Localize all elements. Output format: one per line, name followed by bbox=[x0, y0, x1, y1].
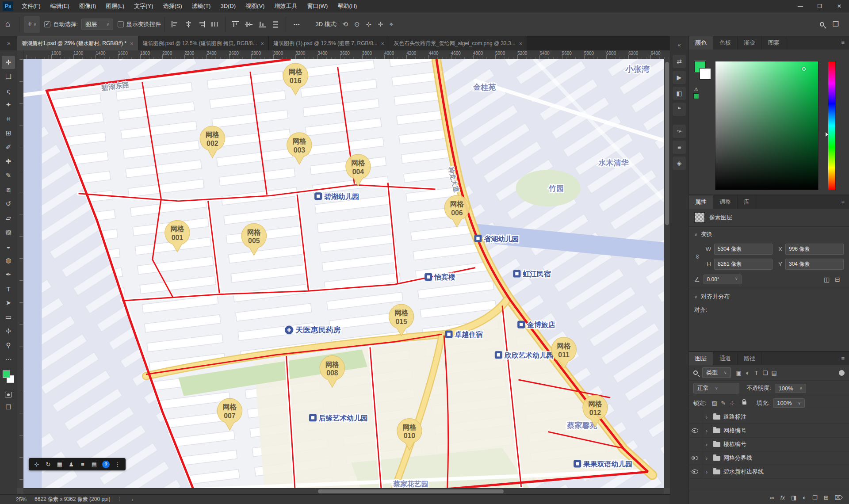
distribute-vertically-icon[interactable] bbox=[272, 21, 279, 27]
width-field[interactable]: 5304 像素 bbox=[714, 244, 773, 255]
touchbar-palette-icon[interactable]: ▤ bbox=[89, 459, 99, 469]
lock-all-icon[interactable] bbox=[742, 401, 746, 405]
touchbar-move-icon[interactable]: ⊹ bbox=[31, 459, 42, 469]
frame-tool[interactable]: ⊞ bbox=[2, 126, 15, 140]
add-layer-mask-icon[interactable]: ◨ bbox=[791, 494, 796, 501]
menu-item-3[interactable]: 图层(L) bbox=[101, 0, 129, 12]
menu-item-2[interactable]: 图像(I) bbox=[74, 0, 101, 12]
blur-tool[interactable]: ◒ bbox=[2, 240, 15, 253]
expand-group-icon[interactable]: › bbox=[703, 414, 710, 420]
screen-mode-icon[interactable]: ❒ bbox=[6, 404, 11, 411]
shape-tool[interactable]: ▭ bbox=[2, 310, 15, 324]
vertical-scrollbar[interactable] bbox=[664, 59, 670, 488]
hue-slider[interactable] bbox=[828, 61, 836, 190]
current-tool-icon[interactable]: ✛ ∨ bbox=[24, 16, 40, 33]
layer-filter-search-icon[interactable] bbox=[693, 370, 698, 375]
expand-group-icon[interactable]: › bbox=[703, 441, 710, 448]
panel-menu-icon[interactable]: ≡ bbox=[837, 36, 849, 50]
touchbar-rotate-icon[interactable]: ↻ bbox=[43, 459, 54, 469]
properties-tab-库[interactable]: 库 bbox=[738, 195, 756, 209]
color-tab-色板[interactable]: 色板 bbox=[713, 36, 738, 50]
filter-type-layers-icon[interactable]: T bbox=[752, 370, 761, 376]
y-field[interactable]: 304 像素 bbox=[785, 259, 844, 270]
panel-menu-icon[interactable]: ≡ bbox=[837, 195, 849, 209]
expand-panels-icon[interactable]: « bbox=[673, 38, 686, 51]
document-tab-0[interactable]: 碧湖新村1.psd @ 25% (碧水新村, RGB/8#) *× bbox=[17, 36, 138, 50]
zoom-level[interactable]: 25% bbox=[16, 496, 27, 503]
fill-dropdown[interactable]: 100% ∨ bbox=[773, 398, 805, 408]
close-tab-icon[interactable]: × bbox=[130, 40, 134, 47]
horizontal-scrollbar[interactable] bbox=[23, 488, 664, 494]
color-tab-图案[interactable]: 图案 bbox=[762, 36, 786, 50]
object-selection-tool[interactable]: ✦ bbox=[2, 98, 15, 111]
eyedropper-tool[interactable]: ✐ bbox=[2, 141, 15, 154]
map-canvas[interactable]: 小张湾金桂苑碧湖东路水木清华竹园碧湖幼儿园省湖幼儿园怡宾楼虹江民宿天医惠民药房卓… bbox=[23, 59, 664, 488]
expand-group-icon[interactable]: › bbox=[703, 455, 710, 462]
history-brush-tool[interactable]: ↺ bbox=[2, 197, 15, 210]
show-transform-controls-checkbox[interactable]: ✓ bbox=[118, 21, 124, 27]
comments-panel-icon[interactable]: ❝ bbox=[673, 103, 686, 116]
opacity-dropdown[interactable]: 100% ∨ bbox=[775, 384, 807, 393]
healing-brush-tool[interactable]: ✚ bbox=[2, 155, 15, 168]
lock-position-icon[interactable]: ⊹ bbox=[728, 400, 737, 406]
blend-mode-dropdown[interactable]: 正常 ∨ bbox=[693, 383, 739, 393]
layer-visibility-toggle[interactable] bbox=[689, 424, 701, 437]
menu-item-4[interactable]: 文字(Y) bbox=[129, 0, 158, 12]
search-icon[interactable] bbox=[820, 22, 824, 27]
menu-item-7[interactable]: 3D(D) bbox=[215, 0, 241, 12]
touchbar-grid-icon[interactable]: ▦ bbox=[54, 459, 65, 469]
move-tool[interactable]: ✛ bbox=[2, 56, 15, 69]
filter-shape-layers-icon[interactable]: ❏ bbox=[761, 370, 770, 376]
toolbar-more-icon[interactable]: ⋯ bbox=[2, 353, 15, 366]
height-field[interactable]: 8261 像素 bbox=[714, 259, 773, 270]
layer-row[interactable]: › 网格分界线 bbox=[689, 451, 849, 465]
workspace-switcher-icon[interactable]: ❐ bbox=[829, 20, 843, 28]
layers-tab-图层[interactable]: 图层 bbox=[689, 352, 713, 365]
align-distribute-section-header[interactable]: ∨ 对齐并分布 bbox=[689, 289, 849, 304]
dodge-tool[interactable]: ◍ bbox=[2, 254, 15, 267]
new-layer-icon[interactable]: ⊞ bbox=[824, 494, 829, 501]
document-tab-1[interactable]: 建筑图例.psd @ 12.5% (建筑图例 拷贝, RGB/8...× bbox=[138, 36, 269, 50]
marquee-tool[interactable]: ❏ bbox=[2, 70, 15, 83]
flip-vertical-icon[interactable]: ⊟ bbox=[835, 276, 840, 283]
touchbar-dock-icon[interactable]: ⋮ bbox=[112, 459, 123, 469]
layers-tab-通道[interactable]: 通道 bbox=[713, 352, 738, 365]
touchbar-user-icon[interactable]: ♟ bbox=[66, 459, 76, 469]
layer-row[interactable]: › 碧水新村边界线 bbox=[689, 465, 849, 479]
window-control-minimize-icon[interactable]: — bbox=[791, 0, 810, 12]
color-tab-颜色[interactable]: 颜色 bbox=[689, 36, 713, 50]
auto-select-target-dropdown[interactable]: 图层 ∨ bbox=[81, 19, 113, 30]
properties-tab-属性[interactable]: 属性 bbox=[689, 195, 713, 209]
layer-filter-type-dropdown[interactable]: 类型 ∨ bbox=[702, 367, 731, 378]
path-selection-tool[interactable]: ➤ bbox=[2, 296, 15, 309]
menu-item-5[interactable]: 选择(S) bbox=[158, 0, 187, 12]
new-group-icon[interactable]: ❐ bbox=[812, 494, 818, 501]
hue-slider-marker[interactable] bbox=[826, 132, 828, 137]
layer-row[interactable]: › 道路标注 bbox=[689, 410, 849, 424]
vertical-scrollbar-thumb[interactable] bbox=[665, 62, 669, 225]
3d-roll-icon[interactable]: ⊙ bbox=[351, 20, 363, 28]
menu-item-8[interactable]: 视图(V) bbox=[241, 0, 269, 12]
gradient-tool[interactable]: ▨ bbox=[2, 225, 15, 239]
export-panel-icon[interactable]: ◧ bbox=[673, 87, 686, 100]
menu-item-6[interactable]: 滤镜(T) bbox=[187, 0, 216, 12]
hand-tool[interactable]: ✢ bbox=[2, 325, 15, 338]
document-tab-2[interactable]: 建筑图例 (1).psd @ 12.5% (图层 7, RGB/8...× bbox=[269, 36, 389, 50]
lock-pixels-icon[interactable]: ✎ bbox=[719, 400, 728, 406]
delete-layer-icon[interactable]: ⌦ bbox=[835, 494, 843, 501]
horizontal-scrollbar-thumb[interactable] bbox=[318, 489, 504, 493]
3d-scale-icon[interactable]: ⌖ bbox=[386, 20, 396, 28]
rotation-angle-field[interactable]: 0.00° ∨ bbox=[704, 275, 742, 284]
type-tool[interactable]: T bbox=[2, 282, 15, 295]
layer-visibility-toggle[interactable] bbox=[689, 438, 701, 451]
distribute-horizontally-icon[interactable] bbox=[211, 21, 218, 27]
brush-settings-panel-icon[interactable]: ✑ bbox=[673, 125, 686, 138]
align-left-edges-icon[interactable] bbox=[172, 21, 179, 27]
align-horizontal-centers-icon[interactable] bbox=[185, 21, 192, 27]
3d-slide-icon[interactable]: ✛ bbox=[375, 20, 386, 28]
layer-row[interactable]: › 楼栋编号 bbox=[689, 438, 849, 451]
layer-visibility-toggle[interactable] bbox=[689, 465, 701, 478]
close-tab-icon[interactable]: × bbox=[381, 40, 385, 47]
layer-filter-toggle[interactable] bbox=[839, 370, 845, 376]
background-color-swatch[interactable] bbox=[700, 68, 711, 80]
